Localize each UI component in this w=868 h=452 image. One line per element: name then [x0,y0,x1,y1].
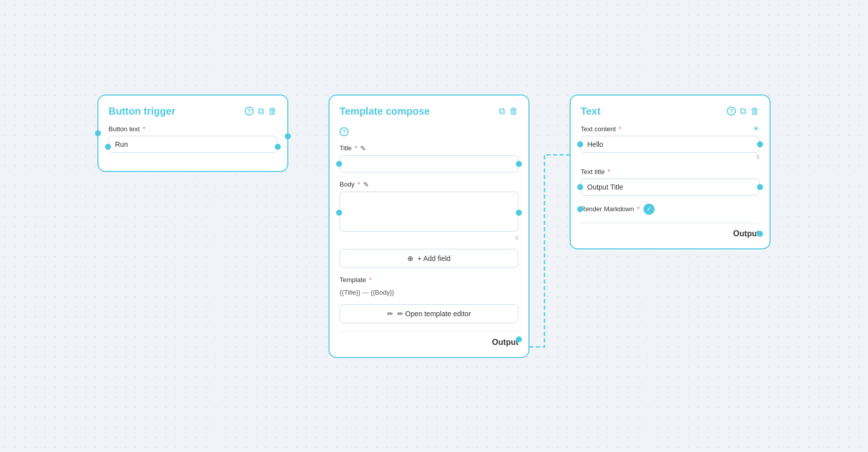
text-title-label: Text title * [581,168,759,175]
template-template-field-group: Template * {{Title}} --- {{Body}} ✏ ✏ Op… [340,276,518,323]
button-trigger-delete-icon[interactable]: 🗑 [268,106,277,117]
text-node-help-icon[interactable]: ? [727,107,736,116]
open-template-editor-button[interactable]: ✏ ✏ Open template editor [340,304,518,323]
template-output-label: Output [492,338,518,347]
button-trigger-copy-icon[interactable]: ⧉ [258,106,264,117]
text-node-delete-icon[interactable]: 🗑 [750,106,759,117]
right-connector-dot [285,133,291,139]
template-body-right-dot [516,210,522,216]
add-field-icon: ⊕ [407,254,413,262]
button-text-input[interactable] [108,136,277,153]
template-value-text: {{Title}} --- {{Body}} [340,287,518,298]
template-body-label: Body * ✎ [340,180,518,189]
template-compose-title: Template compose [340,106,495,117]
template-body-field-group: Body * ✎ 0 [340,180,518,241]
template-body-textarea[interactable] [340,192,518,232]
text-title-input[interactable] [581,178,759,196]
template-template-label: Template * [340,276,518,284]
text-output-section: Output [581,229,759,238]
template-title-left-dot [336,161,342,167]
open-template-editor-label: ✏ Open template editor [397,310,471,318]
output-divider [581,223,759,223]
template-title-input[interactable] [340,155,518,172]
text-node-header: Text ? ⧉ 🗑 [581,106,759,117]
template-compose-copy-icon[interactable]: ⧉ [499,106,505,117]
template-compose-card: Template compose ⧉ 🗑 ? Title * ✎ Body [329,95,529,358]
template-title-label: Title * ✎ [340,144,518,152]
button-text-label: Button text * [108,125,277,133]
template-title-right-dot [516,161,522,167]
button-trigger-help-icon[interactable]: ? [245,107,254,116]
template-title-field-group: Title * ✎ [340,144,518,172]
text-content-left-dot [577,141,583,147]
text-title-left-dot [577,184,583,190]
button-trigger-title: Button trigger [108,106,241,117]
template-output-section: Output [340,331,518,347]
button-text-left-dot [105,144,111,150]
button-text-field-group: Button text * [108,125,277,153]
button-trigger-header: Button trigger ? ⧉ 🗑 [108,106,277,117]
text-content-eye-icon[interactable]: 👁 [753,125,759,133]
template-compose-delete-icon[interactable]: 🗑 [509,106,518,117]
render-markdown-left-dot [577,206,583,212]
text-node-title: Text [581,106,723,117]
text-content-char-count: 5 [581,154,759,160]
left-connector-dot [95,130,101,136]
template-body-left-dot [336,210,342,216]
button-text-right-dot [275,144,281,150]
text-node-copy-icon[interactable]: ⧉ [740,106,746,117]
editor-icon: ✏ [387,310,393,318]
template-compose-header: Template compose ⧉ 🗑 [340,106,518,117]
render-markdown-row: Render Markdown * ✓ [581,204,759,215]
text-output-label: Output [733,229,759,238]
text-title-field-group: Text title * [581,168,759,196]
template-body-edit-icon[interactable]: ✎ [363,180,369,189]
add-field-label: + Add field [417,254,451,262]
template-title-edit-icon[interactable]: ✎ [360,144,366,152]
body-char-count: 0 [340,235,518,241]
text-content-label-row: Text content * 👁 [581,125,759,133]
template-compose-help-icon[interactable]: ? [340,127,349,136]
render-markdown-label: Render Markdown * [581,205,639,213]
check-icon: ✓ [646,205,652,213]
text-content-input[interactable] [581,136,759,153]
text-content-field-group: Text content * 👁 5 [581,125,759,160]
text-node-card: Text ? ⧉ 🗑 Text content * 👁 5 [570,95,771,249]
text-content-right-dot [757,141,763,147]
text-output-right-dot [757,231,763,237]
template-output-right-dot [516,336,522,342]
button-trigger-card: Button trigger ? ⧉ 🗑 Button text * [97,95,288,172]
text-title-right-dot [757,184,763,190]
render-markdown-checkbox[interactable]: ✓ [643,204,655,215]
add-field-button[interactable]: ⊕ + Add field [340,249,518,268]
